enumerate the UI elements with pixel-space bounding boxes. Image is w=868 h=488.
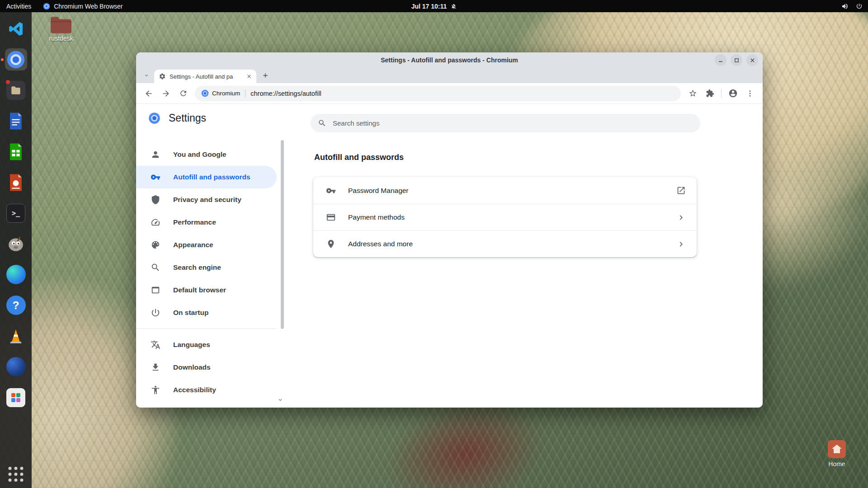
- dock: >_ ?: [0, 12, 32, 488]
- sidebar-item-you-and-google[interactable]: You and Google: [136, 143, 277, 166]
- dock-item-terminal[interactable]: >_: [5, 202, 27, 224]
- sidebar-item-languages[interactable]: Languages: [136, 333, 277, 356]
- gnome-top-bar: Activities Chromium Web Browser Jul 17 1…: [0, 0, 868, 12]
- browser-window: Settings - Autofill and passwords - Chro…: [136, 52, 763, 408]
- nav-divider: [136, 328, 277, 329]
- person-icon: [151, 150, 160, 160]
- activities-button[interactable]: Activities: [6, 3, 31, 10]
- site-info-chip[interactable]: Chromium: [201, 89, 240, 97]
- row-label: Addresses and more: [348, 240, 664, 248]
- credit-card-icon: [326, 212, 336, 222]
- toolbar-divider: [721, 89, 722, 98]
- maximize-button[interactable]: [731, 54, 742, 66]
- sidebar-item-default-browser[interactable]: Default browser: [136, 279, 277, 301]
- clock-menu[interactable]: Jul 17 10:11: [411, 3, 457, 10]
- location-pin-icon: [326, 239, 336, 249]
- site-chip-label: Chromium: [212, 90, 240, 97]
- home-folder-icon: [815, 439, 859, 459]
- speedometer-icon: [151, 217, 160, 227]
- chevron-right-icon: [676, 239, 686, 249]
- tab-strip: Settings - Autofill and pa: [136, 68, 763, 83]
- open-in-new-icon: [676, 186, 686, 195]
- forward-button[interactable]: [158, 85, 174, 102]
- search-icon: [151, 263, 160, 272]
- desktop-icon-label: rustdesk: [39, 35, 83, 42]
- row-label: Payment methods: [348, 213, 664, 221]
- power-icon: [856, 3, 863, 9]
- system-status-area[interactable]: [841, 3, 863, 10]
- scroll-down-indicator: [277, 397, 283, 403]
- dock-item-gimp[interactable]: [5, 233, 27, 255]
- browser-toolbar: Chromium chrome://settings/autofill: [136, 83, 763, 104]
- sidebar-item-label: On startup: [173, 309, 208, 317]
- desktop-icon-home[interactable]: Home: [815, 439, 859, 468]
- extensions-icon[interactable]: [702, 85, 718, 102]
- volume-icon: [841, 3, 849, 10]
- tab-title: Settings - Autofill and pa: [170, 73, 241, 80]
- app-menu-label: Chromium Web Browser: [54, 3, 123, 10]
- notifications-muted-icon: [450, 3, 457, 9]
- address-bar[interactable]: Chromium chrome://settings/autofill: [195, 86, 681, 101]
- dock-item-software-store[interactable]: [5, 386, 27, 408]
- running-indicator: [1, 58, 4, 61]
- dock-item-browser[interactable]: [5, 356, 27, 378]
- close-button[interactable]: [746, 54, 758, 66]
- row-password-manager[interactable]: Password Manager: [313, 177, 697, 204]
- sidebar-item-label: Downloads: [173, 363, 211, 371]
- dock-item-files[interactable]: [5, 79, 27, 101]
- sidebar-item-accessibility[interactable]: Accessibility: [136, 379, 277, 401]
- sidebar-item-label: Appearance: [173, 241, 213, 249]
- sidebar-item-label: Privacy and security: [173, 196, 241, 204]
- palette-icon: [151, 240, 160, 250]
- folder-icon: [39, 15, 83, 33]
- sidebar-item-on-startup[interactable]: On startup: [136, 301, 277, 324]
- page-title: Settings: [169, 112, 206, 124]
- gear-icon: [159, 73, 166, 80]
- dock-item-libreoffice-impress[interactable]: [5, 171, 27, 193]
- sidebar-item-search-engine[interactable]: Search engine: [136, 256, 277, 279]
- dock-item-libreoffice-calc[interactable]: [5, 141, 27, 163]
- dock-item-vscode[interactable]: [5, 18, 27, 40]
- new-tab-button[interactable]: [259, 69, 272, 82]
- tab-search-button[interactable]: [141, 70, 152, 81]
- chevron-right-icon: [676, 213, 686, 222]
- search-input[interactable]: [332, 119, 693, 127]
- browser-window-icon: [151, 285, 160, 295]
- nav-scrollbar-thumb[interactable]: [281, 140, 284, 329]
- clock-label: Jul 17 10:11: [411, 3, 447, 10]
- chromium-logo-icon: [148, 112, 160, 124]
- key-icon: [151, 172, 160, 182]
- sidebar-item-downloads[interactable]: Downloads: [136, 356, 277, 379]
- reload-button[interactable]: [175, 85, 191, 102]
- tab-close-icon[interactable]: [245, 73, 253, 80]
- settings-search[interactable]: [311, 114, 700, 132]
- dock-item-vlc[interactable]: [5, 325, 27, 347]
- dock-item-libreoffice-writer[interactable]: [5, 110, 27, 132]
- menu-kebab-icon[interactable]: [742, 85, 758, 102]
- bookmark-star-icon[interactable]: [684, 85, 701, 102]
- app-menu[interactable]: Chromium Web Browser: [43, 3, 123, 10]
- settings-header: Settings: [148, 112, 206, 124]
- row-addresses-and-more[interactable]: Addresses and more: [313, 230, 697, 257]
- dock-item-chromium[interactable]: [5, 48, 27, 70]
- power-icon: [151, 308, 160, 318]
- title-bar[interactable]: Settings - Autofill and passwords - Chro…: [136, 52, 763, 68]
- row-payment-methods[interactable]: Payment methods: [313, 204, 697, 230]
- tab-settings[interactable]: Settings - Autofill and pa: [154, 70, 256, 83]
- dock-item-edge[interactable]: [5, 263, 27, 286]
- autofill-card: Password Manager Payment methods Addre: [313, 177, 697, 257]
- sidebar-item-privacy-and-security[interactable]: Privacy and security: [136, 188, 277, 211]
- sidebar-item-autofill-and-passwords[interactable]: Autofill and passwords: [136, 166, 277, 188]
- sidebar-item-appearance[interactable]: Appearance: [136, 234, 277, 256]
- profile-avatar[interactable]: [725, 85, 741, 102]
- download-icon: [151, 362, 160, 372]
- back-button[interactable]: [141, 85, 157, 102]
- desktop-icon-rustdesk[interactable]: rustdesk: [39, 15, 83, 42]
- minimize-button[interactable]: [715, 54, 726, 66]
- search-icon: [318, 119, 326, 127]
- show-applications-button[interactable]: [9, 467, 24, 482]
- dock-item-help[interactable]: ?: [5, 294, 27, 316]
- sidebar-item-performance[interactable]: Performance: [136, 211, 277, 234]
- row-label: Password Manager: [348, 187, 664, 195]
- sidebar-item-label: Accessibility: [173, 386, 216, 394]
